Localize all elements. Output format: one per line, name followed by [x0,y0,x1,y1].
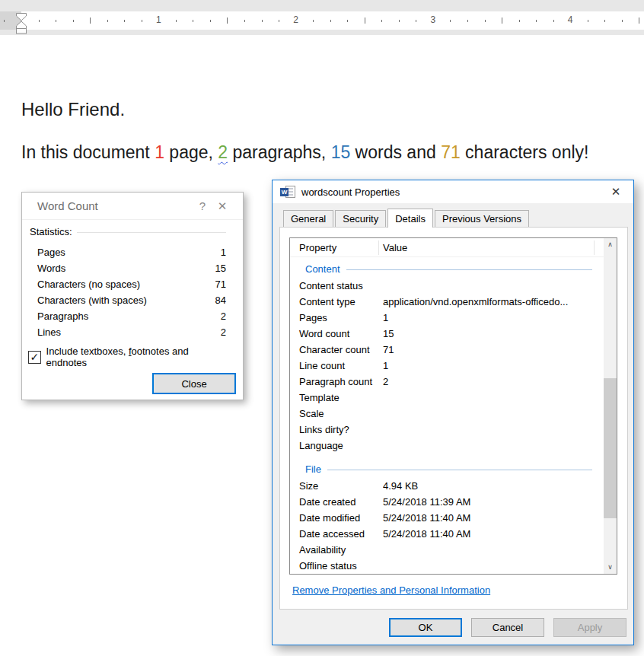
scrollbar-thumb[interactable] [604,378,617,518]
ruler-tick [39,20,40,22]
checkbox-label: Include textboxes, footnotes and endnote… [46,346,226,368]
stat-value: 2 [203,326,226,338]
doc-line-1: Hello Friend. [21,99,125,120]
section-divider [346,269,592,270]
statistics-divider [77,232,226,233]
ruler-tick [330,20,331,22]
ruler-number: 2 [292,14,301,25]
ruler-tick [262,20,263,22]
ruler-tick [313,20,314,22]
column-header-property[interactable]: Property [299,242,336,253]
property-row[interactable]: Links dirty? [290,422,603,438]
ruler-tick [176,20,177,22]
property-row[interactable]: Language [290,438,603,454]
doc-text-run: 71 [441,142,461,162]
property-label: Offline status [299,560,383,572]
doc-text-run: page, [164,142,218,162]
property-row[interactable]: Scale [290,406,603,422]
left-indent-marker[interactable] [17,29,27,34]
property-label: Content status [299,280,383,291]
stat-value: 1 [203,247,226,258]
cancel-button[interactable]: Cancel [471,618,544,637]
close-icon[interactable]: ✕ [212,199,232,213]
property-row[interactable]: Availability [290,542,603,558]
property-row[interactable]: Character count71 [290,342,603,358]
property-label: Date modified [299,512,383,524]
statistics-label: Statistics: [30,226,72,237]
ruler-number: 1 [154,14,163,25]
ruler-tick [622,20,623,22]
ruler-tick [56,20,56,22]
stat-row: Words15 [37,260,226,276]
property-label: Template [299,392,383,403]
property-value: 2 [383,376,603,387]
tab-details[interactable]: Details [387,209,433,228]
horizontal-ruler: 1234 [0,0,644,35]
column-divider [594,240,595,255]
property-value: 5/24/2018 11:39 AM [383,496,603,508]
section-divider [327,470,592,470]
stat-label: Characters (with spaces) [37,295,203,306]
scrollbar[interactable]: ∧ ∨ [604,238,617,574]
doc-line-2: In this document 1 page, 2 paragraphs, 1… [21,142,588,163]
stat-value: 2 [203,310,226,322]
property-row[interactable]: Date accessed5/24/2018 11:40 AM [290,526,603,542]
ruler-tick [193,20,193,22]
close-icon[interactable]: ✕ [607,185,624,199]
stat-row: Characters (no spaces)71 [37,276,226,292]
ruler-number: 3 [429,14,438,25]
indent-markers[interactable] [15,13,27,34]
property-value: 1 [383,312,603,323]
properties-titlebar[interactable]: W wordscount Properties ✕ [273,180,633,203]
ruler-strip: 1234 [0,11,644,30]
tab-previous-versions[interactable]: Previous Versions [435,210,529,228]
property-row[interactable]: Offline status [290,558,603,574]
word-count-titlebar[interactable]: Word Count ? ✕ [22,193,243,220]
property-row[interactable]: Template [290,390,603,406]
property-row[interactable]: Content status [290,278,603,294]
property-row[interactable]: Date created5/24/2018 11:39 AM [290,494,603,510]
help-icon[interactable]: ? [193,199,212,212]
property-row[interactable]: Word count15 [290,326,603,342]
tab-security[interactable]: Security [335,210,386,228]
property-row[interactable]: Date modified5/24/2018 11:40 AM [290,510,603,526]
property-row[interactable]: Content typeapplication/vnd.openxmlforma… [290,294,603,310]
first-line-indent-marker[interactable] [17,14,27,21]
property-row[interactable]: Pages1 [290,310,603,326]
property-value: 5/24/2018 11:40 AM [383,528,603,540]
include-textboxes-checkbox[interactable]: ✓ [28,351,41,364]
property-row[interactable]: Size4.94 KB [290,478,603,494]
apply-button[interactable]: Apply [553,618,626,637]
ruler-tick [399,20,400,22]
tab-general[interactable]: General [283,210,333,228]
hanging-indent-marker[interactable] [17,21,27,29]
list-header: Property Value [290,238,617,257]
property-value: 5/24/2018 11:40 AM [383,512,603,524]
scroll-down-icon[interactable]: ∨ [604,561,617,574]
property-row[interactable]: Paragraph count2 [290,374,603,390]
ok-button[interactable]: OK [389,618,462,637]
property-row[interactable]: Line count1 [290,358,603,374]
property-label: Date created [299,496,383,508]
column-header-value[interactable]: Value [383,242,407,253]
scroll-up-icon[interactable]: ∧ [604,238,617,251]
property-label: Date accessed [299,528,383,540]
ruler-tick [124,20,125,22]
ruler-tick [4,20,5,22]
ruler-tick [210,20,211,22]
remove-properties-link[interactable]: Remove Properties and Personal Informati… [292,584,490,596]
include-textboxes-row[interactable]: ✓ Include textboxes, footnotes and endno… [28,346,226,368]
ruler-tick [553,20,554,22]
ruler-tick [485,20,486,22]
properties-list: Property Value ContentContent statusCont… [289,237,617,575]
property-label: Line count [299,360,383,371]
stat-label: Pages [37,247,203,258]
ruler-tick [381,20,382,22]
property-label: Availability [299,544,383,556]
close-button[interactable]: Close [152,373,236,394]
doc-text-run: 2 [218,142,228,162]
ruler-tick [588,20,588,22]
property-value: 71 [383,344,603,355]
property-value: 4.94 KB [383,480,603,492]
doc-text-run: 1 [155,142,164,162]
